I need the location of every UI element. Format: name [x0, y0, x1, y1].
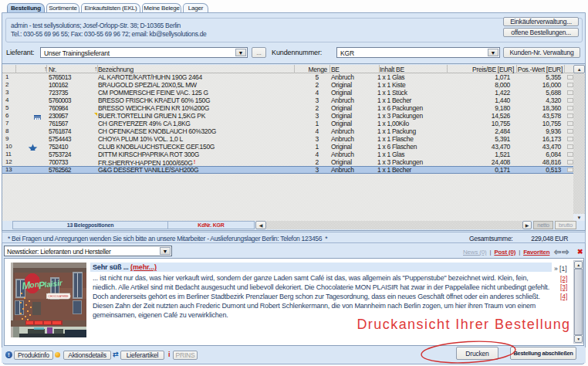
svg-text:CHOCOLATERIE: CHOCOLATERIE: [49, 294, 69, 298]
